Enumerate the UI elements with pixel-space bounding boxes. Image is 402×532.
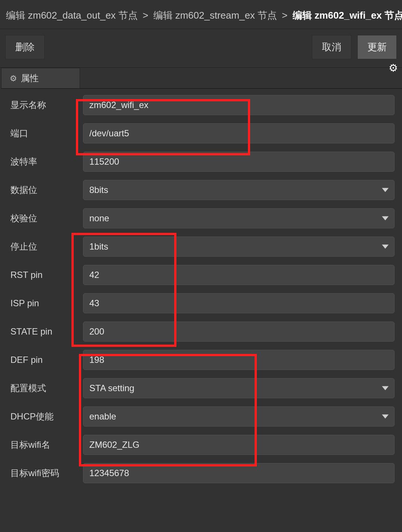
- label-isp-pin: ISP pin: [10, 298, 83, 308]
- label-password: 目标wifi密码: [10, 467, 83, 479]
- label-port: 端口: [10, 127, 83, 139]
- display-name-input[interactable]: [83, 95, 395, 115]
- breadcrumb: 编辑 zm602_data_out_ex 节点 > 编辑 zm602_strea…: [0, 3, 402, 29]
- row-dhcp: DHCP使能 enable: [10, 402, 395, 431]
- row-port: 端口: [10, 119, 395, 148]
- row-display-name: 显示名称: [10, 91, 395, 119]
- label-display-name: 显示名称: [10, 99, 83, 111]
- label-state-pin: STATE pin: [10, 326, 83, 337]
- cancel-button[interactable]: 取消: [312, 35, 351, 59]
- label-stopbits: 停止位: [10, 241, 83, 253]
- editor-tabstrip: 属性: [1, 68, 402, 89]
- breadcrumb-item-2[interactable]: 编辑 zm602_stream_ex 节点: [153, 10, 277, 21]
- row-password: 目标wifi密码: [10, 459, 395, 487]
- breadcrumb-sep: >: [282, 10, 287, 21]
- row-mode: 配置模式 STA setting: [10, 374, 395, 402]
- row-parity: 校验位 none: [10, 204, 395, 232]
- ssid-input[interactable]: [83, 435, 395, 455]
- isp-pin-input[interactable]: [83, 293, 395, 313]
- mode-select[interactable]: STA setting: [83, 378, 395, 398]
- def-pin-input[interactable]: [83, 350, 395, 370]
- panel-settings-button[interactable]: [384, 57, 402, 78]
- tab-properties[interactable]: 属性: [1, 68, 80, 88]
- state-pin-input[interactable]: [83, 322, 395, 342]
- label-ssid: 目标wifi名: [10, 439, 83, 451]
- row-def-pin: DEF pin: [10, 346, 395, 374]
- port-input[interactable]: [83, 123, 395, 143]
- stopbits-select[interactable]: 1bits: [83, 237, 395, 257]
- label-dhcp: DHCP使能: [10, 411, 83, 422]
- parity-select[interactable]: none: [83, 208, 395, 228]
- label-baud: 波特率: [10, 156, 83, 168]
- delete-button[interactable]: 删除: [5, 35, 45, 59]
- row-databits: 数据位 8bits: [10, 176, 395, 204]
- breadcrumb-sep: >: [143, 10, 148, 21]
- breadcrumb-item-1[interactable]: 编辑 zm602_data_out_ex 节点: [6, 10, 138, 21]
- toolbar-right-group: 取消 更新: [312, 35, 397, 59]
- breadcrumb-item-current: 编辑 zm602_wifi_ex 节点: [293, 10, 402, 21]
- rst-pin-input[interactable]: [83, 265, 395, 285]
- row-rst-pin: RST pin: [10, 261, 395, 289]
- row-state-pin: STATE pin: [10, 317, 395, 346]
- label-mode: 配置模式: [10, 382, 83, 394]
- databits-select[interactable]: 8bits: [83, 180, 395, 200]
- dhcp-select[interactable]: enable: [83, 406, 395, 427]
- node-editor-panel: 编辑 zm602_data_out_ex 节点 > 编辑 zm602_strea…: [0, 0, 402, 532]
- label-rst-pin: RST pin: [10, 270, 83, 280]
- label-parity: 校验位: [10, 212, 83, 224]
- baud-input[interactable]: [83, 152, 395, 172]
- update-button[interactable]: 更新: [357, 35, 397, 59]
- row-isp-pin: ISP pin: [10, 289, 395, 317]
- editor-toolbar: 删除 取消 更新: [0, 29, 402, 68]
- tab-properties-label: 属性: [21, 72, 39, 84]
- gear-icon: [10, 73, 17, 83]
- row-ssid: 目标wifi名: [10, 431, 395, 459]
- label-def-pin: DEF pin: [10, 355, 83, 365]
- label-databits: 数据位: [10, 184, 83, 196]
- properties-form: 显示名称 端口 波特率 数据位 8bits 校验位: [0, 89, 402, 487]
- row-stopbits: 停止位 1bits: [10, 232, 395, 261]
- row-baud: 波特率: [10, 148, 395, 176]
- password-input[interactable]: [83, 463, 395, 483]
